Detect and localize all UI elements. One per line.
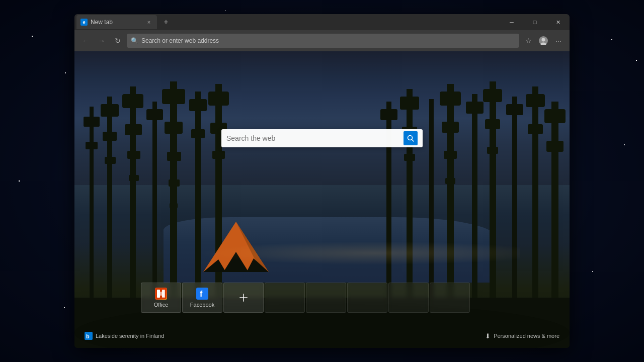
- minimize-button[interactable]: ─: [500, 14, 523, 30]
- maximize-button[interactable]: □: [523, 14, 546, 30]
- svg-rect-21: [169, 179, 180, 187]
- tile-office[interactable]: Office: [141, 283, 181, 313]
- tab-close-button[interactable]: ×: [145, 18, 153, 26]
- forward-button[interactable]: →: [95, 34, 109, 48]
- search-address-icon: 🔍: [131, 37, 138, 44]
- svg-text:b: b: [86, 333, 90, 339]
- svg-rect-12: [125, 124, 142, 135]
- titlebar: New tab × + ─ □ ✕: [74, 14, 570, 30]
- svg-rect-39: [442, 122, 459, 133]
- avatar-button[interactable]: [536, 34, 550, 48]
- menu-button[interactable]: ···: [551, 34, 566, 48]
- horizon-glow: [198, 241, 520, 265]
- svg-rect-16: [146, 109, 163, 120]
- svg-rect-45: [483, 89, 502, 102]
- image-credit-text: Lakeside serenity in Finland: [96, 333, 164, 339]
- facebook-label: Facebook: [190, 302, 214, 308]
- svg-rect-5: [86, 142, 98, 149]
- svg-rect-4: [84, 117, 100, 127]
- svg-rect-14: [129, 175, 139, 181]
- tile-facebook[interactable]: f Facebook: [182, 283, 222, 313]
- image-credit: b Lakeside serenity in Finland: [85, 332, 164, 340]
- desktop: New tab × + ─ □ ✕ ← → ↻ 🔍 Search or ente…: [0, 0, 644, 362]
- svg-rect-8: [103, 132, 117, 141]
- svg-rect-24: [189, 99, 207, 111]
- close-button[interactable]: ✕: [546, 14, 570, 30]
- tab-area: New tab × +: [74, 14, 500, 30]
- svg-rect-38: [440, 92, 461, 106]
- svg-rect-67: [162, 290, 165, 297]
- svg-rect-66: [157, 290, 160, 297]
- news-link[interactable]: ⬇ Personalized news & more: [485, 332, 559, 340]
- bing-logo-icon: b: [85, 332, 93, 340]
- svg-rect-7: [101, 104, 119, 117]
- search-container: [221, 129, 423, 147]
- svg-rect-29: [212, 151, 225, 159]
- svg-rect-13: [127, 151, 140, 159]
- tab-title: New tab: [91, 19, 142, 26]
- office-icon: [155, 288, 167, 300]
- bottom-bar: b Lakeside serenity in Finland ⬇ Persona…: [74, 332, 570, 340]
- svg-rect-11: [122, 94, 143, 108]
- svg-rect-52: [528, 124, 543, 134]
- svg-rect-35: [404, 154, 415, 161]
- down-arrow-icon: ⬇: [485, 332, 491, 340]
- tile-empty-4[interactable]: [388, 283, 429, 313]
- quick-access-bar: Office f Facebook: [141, 283, 503, 313]
- svg-line-64: [412, 140, 414, 142]
- edge-logo-icon: [80, 19, 88, 26]
- svg-rect-20: [167, 152, 181, 161]
- add-icon: [237, 292, 250, 304]
- favorite-button[interactable]: ☆: [521, 34, 535, 48]
- browser-window: New tab × + ─ □ ✕ ← → ↻ 🔍 Search or ente…: [74, 14, 570, 348]
- office-label: Office: [154, 302, 169, 308]
- facebook-icon: f: [196, 288, 208, 300]
- svg-rect-46: [485, 119, 500, 129]
- active-tab[interactable]: New tab ×: [76, 15, 157, 29]
- search-input[interactable]: [226, 134, 399, 142]
- svg-rect-18: [162, 89, 185, 104]
- svg-rect-68: [160, 292, 162, 296]
- svg-rect-40: [444, 151, 457, 159]
- tile-empty-5[interactable]: [430, 283, 470, 313]
- nav-right-buttons: ☆ ···: [521, 34, 566, 48]
- news-label: Personalized news & more: [494, 333, 559, 339]
- new-tab-button[interactable]: +: [159, 15, 173, 29]
- tile-empty-3[interactable]: [347, 283, 387, 313]
- svg-rect-31: [380, 109, 397, 120]
- address-text: Search or enter web address: [141, 37, 515, 44]
- svg-text:f: f: [200, 290, 203, 298]
- window-controls: ─ □ ✕: [500, 14, 570, 30]
- svg-rect-47: [487, 147, 498, 154]
- back-button[interactable]: ←: [78, 34, 93, 48]
- newtab-content: Office f Facebook: [74, 51, 570, 348]
- svg-rect-25: [191, 129, 205, 138]
- svg-rect-41: [445, 178, 455, 184]
- svg-rect-55: [546, 141, 564, 152]
- tile-add[interactable]: [223, 283, 264, 313]
- svg-rect-51: [526, 94, 545, 107]
- svg-rect-22: [170, 203, 178, 208]
- navbar: ← → ↻ 🔍 Search or enter web address ☆ ··…: [74, 30, 570, 51]
- svg-rect-43: [466, 102, 484, 114]
- svg-rect-54: [544, 109, 566, 123]
- refresh-button[interactable]: ↻: [111, 34, 125, 48]
- tile-empty-1[interactable]: [265, 283, 305, 313]
- svg-rect-33: [400, 97, 419, 110]
- tile-empty-2[interactable]: [306, 283, 346, 313]
- svg-rect-9: [105, 157, 116, 164]
- search-box[interactable]: [221, 129, 423, 147]
- svg-rect-27: [208, 92, 229, 106]
- svg-rect-49: [506, 104, 523, 115]
- svg-rect-19: [165, 122, 183, 134]
- search-button[interactable]: [404, 131, 418, 145]
- address-bar[interactable]: 🔍 Search or enter web address: [127, 34, 519, 48]
- svg-point-1: [542, 38, 545, 42]
